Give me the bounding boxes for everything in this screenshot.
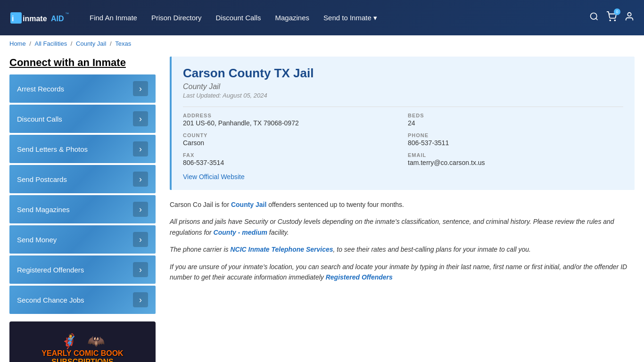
breadcrumb-county-jail[interactable]: County Jail: [76, 40, 106, 47]
arrow-icon: ›: [133, 232, 148, 247]
sidebar-title: Connect with an Inmate: [9, 57, 156, 69]
svg-point-7: [610, 20, 611, 21]
arrow-icon: ›: [133, 172, 148, 187]
sidebar-btn-send-magazines[interactable]: Send Magazines ›: [9, 195, 156, 223]
cart-badge: 0: [614, 8, 620, 15]
desc-para3: The phone carrier is NCIC Inmate Telepho…: [170, 244, 635, 255]
breadcrumb-home[interactable]: Home: [9, 40, 26, 47]
breadcrumb-sep2: /: [71, 40, 74, 47]
breadcrumb-texas[interactable]: Texas: [115, 40, 131, 47]
county-field: COUNTY Carson: [183, 132, 398, 147]
sidebar-btn-second-chance[interactable]: Second Chance Jobs ›: [9, 286, 156, 314]
nav-magazines[interactable]: Magazines: [275, 14, 309, 22]
address-field: ADDRESS 201 US-60, Panhandle, TX 79068-0…: [183, 113, 398, 127]
sidebar-ad[interactable]: 🦸 🦇 YEARLY COMIC BOOK SUBSCRIPTIONS STAR…: [9, 321, 156, 362]
divider: [183, 107, 623, 107]
superman-icon: 🦸: [60, 333, 78, 349]
desc-para2: All prisons and jails have Security or C…: [170, 216, 635, 238]
fax-value: 806-537-3514: [183, 159, 398, 166]
arrow-icon: ›: [133, 81, 148, 96]
site-logo[interactable]: i inmate AID ™: [9, 8, 71, 27]
registered-offenders-link[interactable]: Registered Offenders: [326, 273, 393, 281]
ad-figures: 🦸 🦇: [60, 333, 105, 349]
svg-point-8: [614, 20, 615, 21]
user-icon[interactable]: [624, 11, 635, 24]
sidebar-btn-discount-calls[interactable]: Discount Calls ›: [9, 105, 156, 133]
ad-title: YEARLY COMIC BOOK SUBSCRIPTIONS: [41, 349, 123, 362]
phone-field: PHONE 806-537-3511: [408, 132, 623, 147]
nav-send-to-inmate[interactable]: Send to Inmate ▾: [323, 14, 377, 22]
county-label: COUNTY: [183, 132, 398, 138]
county-medium-link[interactable]: County - medium: [214, 229, 267, 236]
sidebar-btn-send-letters[interactable]: Send Letters & Photos ›: [9, 135, 156, 163]
arrow-icon: ›: [133, 262, 148, 277]
beds-field: BEDS 24: [408, 113, 623, 127]
svg-text:inmate: inmate: [23, 15, 47, 23]
email-value: tam.terry@co.carson.tx.us: [408, 159, 623, 166]
sidebar-btn-arrest-records[interactable]: Arrest Records ›: [9, 74, 156, 103]
county-value: Carson: [183, 139, 398, 147]
ncic-link[interactable]: NCIC Inmate Telephone Services: [230, 246, 333, 253]
fax-field: FAX 806-537-3514: [183, 152, 398, 166]
nav-discount-calls[interactable]: Discount Calls: [216, 14, 261, 22]
svg-text:AID: AID: [51, 15, 64, 23]
main-container: Connect with an Inmate Arrest Records › …: [0, 52, 644, 362]
email-label: EMAIL: [408, 152, 623, 158]
description: Carson Co Jail is for County Jail offend…: [170, 199, 635, 282]
sidebar-btn-registered-offenders[interactable]: Registered Offenders ›: [9, 255, 156, 284]
breadcrumb-sep1: /: [29, 40, 33, 47]
facility-name: Carson County TX Jail: [183, 66, 623, 81]
arrow-icon: ›: [133, 292, 148, 307]
facility-type: County Jail: [183, 82, 623, 91]
nav-find-inmate[interactable]: Find An Inmate: [90, 14, 137, 22]
svg-point-5: [591, 13, 597, 19]
svg-point-9: [627, 13, 631, 16]
desc-para4: If you are unsure of your inmate’s locat…: [170, 262, 635, 283]
facility-updated: Last Updated: August 05, 2024: [183, 92, 623, 99]
svg-text:i: i: [12, 15, 14, 23]
breadcrumb: Home / All Facilities / County Jail / Te…: [0, 35, 644, 52]
facility-card: Carson County TX Jail County Jail Last U…: [170, 57, 635, 190]
sidebar-btn-send-money[interactable]: Send Money ›: [9, 225, 156, 254]
sidebar-btn-send-postcards[interactable]: Send Postcards ›: [9, 165, 156, 193]
official-website-link[interactable]: View Official Website: [183, 173, 245, 181]
svg-text:™: ™: [65, 12, 69, 16]
cart-icon[interactable]: 0: [606, 11, 617, 24]
nav-prison-directory[interactable]: Prison Directory: [151, 14, 202, 22]
fax-label: FAX: [183, 152, 398, 158]
search-icon[interactable]: [589, 12, 599, 24]
arrow-icon: ›: [133, 111, 148, 126]
address-label: ADDRESS: [183, 113, 398, 118]
main-nav: Find An Inmate Prison Directory Discount…: [90, 14, 589, 22]
beds-value: 24: [408, 119, 623, 127]
arrow-icon: ›: [133, 141, 148, 156]
beds-label: BEDS: [408, 113, 623, 118]
svg-line-6: [596, 18, 598, 20]
header-icons: 0: [589, 11, 635, 24]
main-content: Carson County TX Jail County Jail Last U…: [170, 57, 635, 362]
county-jail-link[interactable]: County Jail: [231, 201, 266, 208]
email-field: EMAIL tam.terry@co.carson.tx.us: [408, 152, 623, 166]
phone-value: 806-537-3511: [408, 139, 623, 147]
batman-icon: 🦇: [87, 333, 105, 349]
breadcrumb-sep3: /: [110, 40, 113, 47]
desc-para1: Carson Co Jail is for County Jail offend…: [170, 199, 635, 210]
address-value: 201 US-60, Panhandle, TX 79068-0972: [183, 119, 398, 127]
sidebar: Connect with an Inmate Arrest Records › …: [9, 57, 156, 362]
info-grid: ADDRESS 201 US-60, Panhandle, TX 79068-0…: [183, 113, 623, 166]
phone-label: PHONE: [408, 132, 623, 138]
arrow-icon: ›: [133, 202, 148, 217]
breadcrumb-all-facilities[interactable]: All Facilities: [35, 40, 67, 47]
